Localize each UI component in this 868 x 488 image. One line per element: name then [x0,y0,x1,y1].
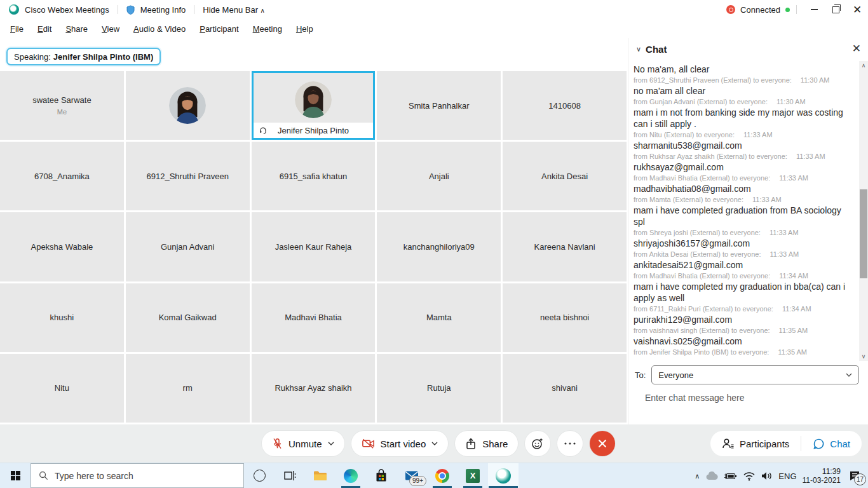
participant-tile[interactable]: 1410608 [503,71,627,140]
participant-tile[interactable]: Madhavi Bhatia [252,283,376,352]
participant-name-strip: Jenifer Shilpa Pinto [254,123,374,138]
participant-tile[interactable]: Rutuja [377,354,501,423]
participants-label: Participants [740,438,789,449]
recipient-select[interactable]: Everyone [651,365,859,384]
wifi-icon[interactable] [743,471,756,481]
participant-tile[interactable]: 6915_safia khatun [252,142,376,210]
participant-tile[interactable]: kanchanghiloriya09 [377,212,501,281]
cortana-icon [254,470,266,482]
excel-button[interactable]: X [458,463,488,488]
participant-name: 1410608 [548,101,581,111]
participant-tile[interactable]: Anjali [377,142,501,210]
menu-item-file[interactable]: File [3,24,31,34]
restore-button[interactable] [825,0,846,19]
battery-charging-icon[interactable] [724,472,737,480]
collapse-chevron-icon[interactable]: ∨ [636,45,641,53]
mail-button[interactable]: 99+ [397,463,427,488]
chat-message-text: No ma'am, all clear [634,64,850,75]
taskbar-search-input[interactable]: Type here to search [31,463,244,488]
minimize-button[interactable] [803,0,825,19]
participants-button[interactable]: Participants [710,431,801,456]
webex-taskbar-button[interactable] [488,463,519,488]
menu-item-audio-video[interactable]: Audio & Video [126,24,193,34]
chat-message-time: 11:35 AM [779,327,808,334]
participant-tile[interactable]: khushi [0,283,124,352]
participant-subtitle: Me [57,108,67,116]
participant-tile[interactable]: Komal Gaikwad [126,283,250,352]
participant-tile[interactable]: Mamta [377,283,501,352]
cortana-button[interactable] [244,463,275,488]
participant-tile[interactable]: Smita Panhalkar [377,71,501,140]
chevron-down-icon [846,373,852,377]
participant-tile[interactable]: Gunjan Advani [126,212,250,281]
participant-tile[interactable]: 6708_Anamika [0,142,124,210]
clock[interactable]: 11:39 11-03-2021 [803,467,841,485]
task-view-button[interactable] [275,463,305,488]
reactions-button[interactable] [525,431,550,456]
search-icon [39,471,48,480]
webex-logo-icon [9,4,19,15]
participant-tile[interactable]: Rukhsar Ayaz shaikh [252,354,376,423]
participant-name: Jenifer Shilpa Pinto [268,126,360,135]
meeting-info-button[interactable]: Meeting Info [140,5,186,15]
onedrive-cloud-icon[interactable] [705,471,718,480]
unmute-label: Unmute [288,438,322,449]
participant-tile[interactable]: rm [126,354,250,423]
menu-item-participant[interactable]: Participant [193,24,245,34]
participant-tile-speaking[interactable]: Jenifer Shilpa Pinto [252,71,376,140]
more-options-button[interactable] [557,431,583,456]
participant-tile[interactable]: neeta bishnoi [503,283,627,352]
participant-tile[interactable]: shivani [503,354,627,423]
participants-icon [722,438,735,449]
menu-item-edit[interactable]: Edit [31,24,58,34]
chat-message-meta: from Jenifer Shilpa Pinto (IBM) to every… [634,347,850,357]
start-video-label: Start video [381,438,426,449]
participant-name: rm [183,383,193,393]
search-placeholder: Type here to search [55,471,133,481]
chat-message: mam i m not from banking side my major w… [634,107,850,140]
divider [796,5,797,14]
participant-tile[interactable]: Jasleen Kaur Raheja [252,212,376,281]
menu-item-view[interactable]: View [95,24,126,34]
participant-tile[interactable]: Kareena Navlani [503,212,627,281]
participant-tile[interactable]: 6912_Shruthi Praveen [126,142,250,210]
start-video-button[interactable]: Start video [351,431,449,456]
share-button[interactable]: Share [455,431,518,456]
chrome-button[interactable] [427,463,458,488]
leave-meeting-button[interactable] [590,431,615,456]
task-view-icon [284,470,296,481]
scroll-down-icon[interactable]: ∨ [859,352,868,361]
edge-button[interactable] [336,463,366,488]
action-center-button[interactable]: 17 [846,468,863,484]
store-button[interactable] [366,463,397,488]
windows-taskbar: Type here to search 99+ X ∧ [0,463,868,488]
hidden-icons-chevron[interactable]: ∧ [695,472,700,480]
volume-icon[interactable] [761,471,773,480]
chat-scrollbar[interactable]: ∧ ∨ [859,61,868,361]
language-indicator[interactable]: ENG [778,471,796,481]
chat-toggle-button[interactable]: Chat [801,431,862,456]
scrollbar-thumb[interactable] [860,189,867,278]
unmute-button[interactable]: Unmute [262,431,344,456]
participant-tile[interactable]: Apeksha Wabale [0,212,124,281]
chat-message-input[interactable]: Enter chat message here [645,393,744,403]
participant-tile[interactable] [126,71,250,140]
file-explorer-button[interactable] [305,463,336,488]
hide-menu-bar-button[interactable]: Hide Menu Bar ∧ [203,5,265,15]
participant-name: khushi [50,313,74,322]
menu-item-help[interactable]: Help [289,24,320,34]
scroll-up-icon[interactable]: ∧ [859,61,868,70]
menu-item-share[interactable]: Share [58,24,95,34]
menu-item-meeting[interactable]: Meeting [246,24,289,34]
participant-tile[interactable]: Ankita Desai [503,142,627,210]
menu-bar: FileEditShareViewAudio & VideoParticipan… [0,19,868,38]
close-button[interactable]: ✕ [846,0,868,19]
participant-tile[interactable]: swatee SarwateMe [0,71,124,140]
participant-tile[interactable]: Nitu [0,354,124,423]
chevron-down-icon[interactable] [431,442,438,445]
divider [194,5,194,14]
chevron-down-icon[interactable] [328,442,334,445]
chat-close-icon[interactable]: ✕ [852,42,861,55]
start-button[interactable] [0,463,31,488]
chat-message: rukhsayaz@gmail.comfrom Madhavi Bhatia (… [634,161,850,183]
